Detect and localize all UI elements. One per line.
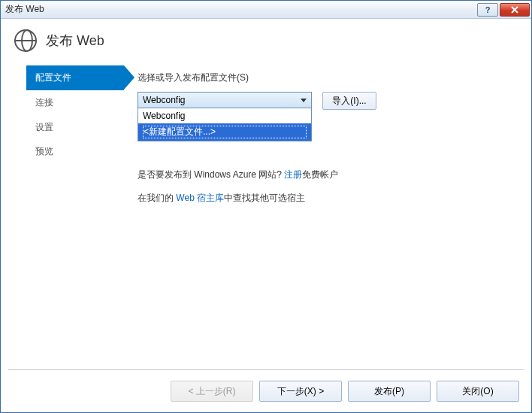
profile-row: Webconfig Webconfig <新建配置文件...> 导入(I)... [138,92,518,110]
dialog-footer: < 上一步(R) 下一步(X) > 发布(P) 关闭(O) [8,369,524,412]
publish-button[interactable]: 发布(P) [348,381,431,402]
sidebar-item-label: 配置文件 [35,72,71,83]
sidebar: 配置文件 连接 设置 预览 [26,65,124,369]
azure-suffix: 免费帐户 [302,169,338,180]
host-text: 在我们的 Web 宿主库中查找其他可选宿主 [138,192,518,205]
dialog-header: 发布 Web [1,19,531,59]
sidebar-item-settings[interactable]: 设置 [26,115,124,140]
dialog-window: 发布 Web ? 发布 Web 配置文件 连接 设置 [0,0,532,413]
main-panel: 选择或导入发布配置文件(S) Webconfig Webconfig <新建配置… [138,65,518,369]
close-button-label: 关闭(O) [462,385,493,398]
profile-option-new[interactable]: <新建配置文件...> [138,123,311,141]
sidebar-item-label: 设置 [35,122,53,132]
titlebar-text: 发布 Web [5,3,477,16]
help-button[interactable]: ? [477,3,498,17]
close-button[interactable]: 关闭(O) [437,381,519,402]
titlebar: 发布 Web ? [1,1,531,19]
host-suffix: 中查找其他可选宿主 [224,193,305,203]
dialog-body: 配置文件 连接 设置 预览 选择或导入发布配置文件(S) Webconfig [1,59,531,369]
profile-dropdown-wrap: Webconfig Webconfig <新建配置文件...> [138,92,312,108]
profile-selected-value: Webconfig [143,95,185,105]
globe-icon [14,29,37,52]
profile-option[interactable]: Webconfig [138,108,311,123]
profile-label: 选择或导入发布配置文件(S) [138,71,518,84]
web-host-gallery-link[interactable]: Web 宿主库 [176,193,224,203]
import-button[interactable]: 导入(I)... [322,92,376,110]
sidebar-item-label: 连接 [35,97,53,108]
dialog-title: 发布 Web [46,32,104,50]
host-prefix: 在我们的 [138,193,176,203]
sidebar-item-label: 预览 [35,146,53,156]
sidebar-item-preview[interactable]: 预览 [26,139,124,164]
import-button-label: 导入(I)... [332,95,366,108]
azure-text: 是否要发布到 Windows Azure 网站? 注册免费帐户 [138,169,518,181]
titlebar-buttons: ? [477,3,530,17]
next-button[interactable]: 下一步(X) > [259,381,342,402]
azure-prefix: 是否要发布到 Windows Azure 网站? [138,169,284,180]
prev-button: < 上一步(R) [171,381,253,402]
sidebar-item-connection[interactable]: 连接 [26,90,124,115]
next-button-label: 下一步(X) > [277,385,324,398]
profile-dropdown-list: Webconfig <新建配置文件...> [138,108,312,141]
close-icon [509,6,520,14]
close-window-button[interactable] [500,3,530,17]
azure-register-link[interactable]: 注册 [284,169,302,180]
profile-option-label: <新建配置文件...> [143,126,307,138]
profile-option-label: Webconfig [143,111,185,121]
prev-button-label: < 上一步(R) [189,385,236,398]
sidebar-item-profile[interactable]: 配置文件 [26,65,124,90]
chevron-down-icon [301,99,307,102]
publish-button-label: 发布(P) [374,385,404,398]
profile-combo[interactable]: Webconfig [138,92,312,108]
